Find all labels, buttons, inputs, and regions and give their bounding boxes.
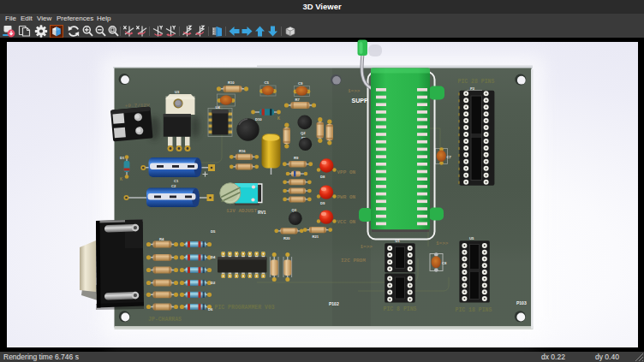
svg-text:VPP ON: VPP ON xyxy=(337,169,356,175)
svg-text:R20: R20 xyxy=(283,236,290,240)
svg-text:1=>>: 1=>> xyxy=(436,240,449,246)
svg-text:C7: C7 xyxy=(447,155,452,159)
svg-text:D6: D6 xyxy=(208,307,213,312)
svg-text:R9: R9 xyxy=(294,156,299,160)
svg-text:PIC 18 PINS: PIC 18 PINS xyxy=(456,307,492,313)
svg-text:R10: R10 xyxy=(228,80,235,85)
svg-text:R4: R4 xyxy=(159,237,164,241)
svg-text:C1: C1 xyxy=(174,179,179,183)
svg-text:U1: U1 xyxy=(396,239,401,243)
svg-text:C2: C2 xyxy=(171,184,176,188)
svg-text:JP-CHARRAS: JP-CHARRAS xyxy=(148,317,182,323)
svg-text:PIC 28 PINS: PIC 28 PINS xyxy=(458,79,495,85)
svg-text:PIC PROGRAMMER V03: PIC PROGRAMMER V03 xyxy=(215,305,275,311)
svg-text:1=>>: 1=>> xyxy=(361,244,373,250)
svg-text:P102: P102 xyxy=(329,301,339,306)
svg-text:13V ADJUST: 13V ADJUST xyxy=(226,208,257,214)
svg-text:D2: D2 xyxy=(211,281,216,285)
svg-text:R7: R7 xyxy=(295,98,301,102)
svg-text:RV1: RV1 xyxy=(258,210,266,215)
svg-text:D5: D5 xyxy=(211,229,216,234)
svg-text:Q2: Q2 xyxy=(301,131,306,135)
svg-text:U5: U5 xyxy=(469,236,474,240)
svg-text:C9: C9 xyxy=(298,81,303,86)
svg-text:D9: D9 xyxy=(320,201,325,205)
svg-text:K: K xyxy=(277,116,280,121)
svg-text:Q3: Q3 xyxy=(292,208,297,212)
svg-text:D4: D4 xyxy=(211,255,216,259)
svg-text:1=>>: 1=>> xyxy=(348,88,361,94)
svg-text:SUPP: SUPP xyxy=(352,98,368,104)
svg-text:R21: R21 xyxy=(313,234,319,239)
svg-text:VCC ON: VCC ON xyxy=(337,219,356,225)
svg-text:C8: C8 xyxy=(442,261,447,265)
svg-text:D8: D8 xyxy=(320,175,325,179)
svg-text:D10: D10 xyxy=(255,117,262,122)
svg-text:R16: R16 xyxy=(239,149,246,153)
svg-text:PWR ON: PWR ON xyxy=(337,194,356,200)
svg-text:I2C PROM: I2C PROM xyxy=(341,258,366,264)
svg-text:C5: C5 xyxy=(265,80,270,85)
svg-text:D1: D1 xyxy=(120,156,125,160)
svg-text:U3: U3 xyxy=(175,90,180,94)
svg-text:K: K xyxy=(120,177,122,181)
svg-text:PIC 8 PINS: PIC 8 PINS xyxy=(384,306,417,312)
svg-text:P2: P2 xyxy=(470,86,475,91)
svg-text:P103: P103 xyxy=(516,300,527,306)
